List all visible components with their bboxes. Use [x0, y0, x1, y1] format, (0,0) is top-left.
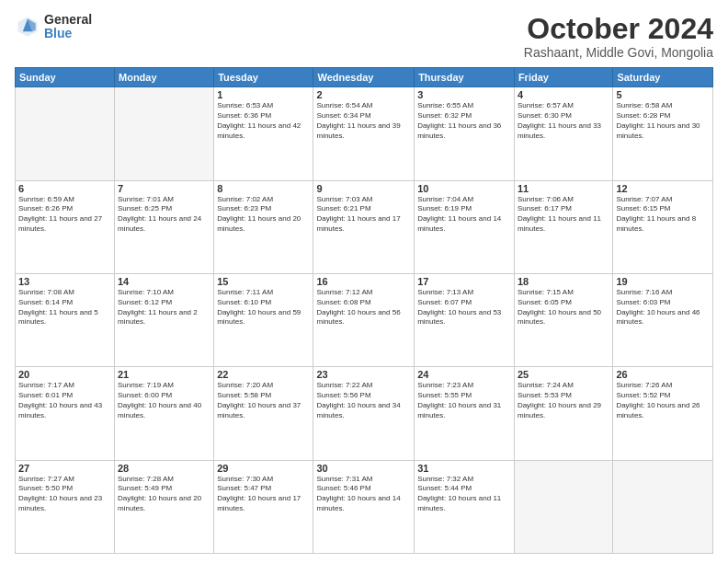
cell-info: Sunrise: 7:20 AMSunset: 5:58 PMDaylight:…: [217, 381, 310, 420]
table-row: 25Sunrise: 7:24 AMSunset: 5:53 PMDayligh…: [514, 367, 612, 460]
month-title: October 2024: [524, 13, 713, 45]
day-number: 17: [417, 276, 511, 287]
day-number: 20: [18, 369, 111, 380]
table-row: 2Sunrise: 6:54 AMSunset: 6:34 PMDaylight…: [313, 87, 415, 180]
cell-info: Sunrise: 7:02 AMSunset: 6:23 PMDaylight:…: [217, 195, 310, 235]
col-monday: Monday: [115, 68, 214, 87]
day-number: 1: [217, 89, 310, 100]
cell-info: Sunrise: 6:55 AMSunset: 6:32 PMDaylight:…: [417, 101, 511, 141]
day-number: 22: [217, 369, 310, 380]
cell-info: Sunrise: 7:28 AMSunset: 5:49 PMDaylight:…: [118, 475, 210, 514]
day-number: 10: [417, 183, 511, 194]
table-row: [514, 460, 612, 553]
day-number: 5: [616, 89, 710, 100]
day-number: 24: [417, 369, 511, 380]
logo-text: General Blue: [44, 13, 92, 41]
day-number: 21: [118, 369, 210, 380]
table-row: 17Sunrise: 7:13 AMSunset: 6:07 PMDayligh…: [415, 273, 515, 366]
day-number: 4: [518, 89, 609, 100]
cell-info: Sunrise: 7:32 AMSunset: 5:44 PMDaylight:…: [417, 475, 511, 514]
day-number: 8: [217, 183, 310, 194]
calendar-table: Sunday Monday Tuesday Wednesday Thursday…: [15, 67, 713, 554]
table-row: 9Sunrise: 7:03 AMSunset: 6:21 PMDaylight…: [313, 180, 415, 273]
cell-info: Sunrise: 7:01 AMSunset: 6:25 PMDaylight:…: [118, 195, 210, 235]
table-row: 29Sunrise: 7:30 AMSunset: 5:47 PMDayligh…: [214, 460, 313, 553]
cell-info: Sunrise: 7:08 AMSunset: 6:14 PMDaylight:…: [18, 288, 111, 327]
day-number: 7: [118, 183, 210, 194]
day-number: 11: [518, 183, 609, 194]
table-row: 6Sunrise: 6:59 AMSunset: 6:26 PMDaylight…: [16, 180, 115, 273]
table-row: 1Sunrise: 6:53 AMSunset: 6:36 PMDaylight…: [214, 87, 313, 180]
table-row: 12Sunrise: 7:07 AMSunset: 6:15 PMDayligh…: [613, 180, 713, 273]
table-row: 16Sunrise: 7:12 AMSunset: 6:08 PMDayligh…: [313, 273, 415, 366]
location-subtitle: Rashaant, Middle Govi, Mongolia: [524, 45, 713, 60]
cell-info: Sunrise: 6:58 AMSunset: 6:28 PMDaylight:…: [616, 101, 710, 141]
table-row: [613, 460, 713, 553]
logo-icon: [15, 14, 40, 40]
table-row: 13Sunrise: 7:08 AMSunset: 6:14 PMDayligh…: [16, 273, 115, 366]
day-number: 13: [18, 276, 111, 287]
table-row: 15Sunrise: 7:11 AMSunset: 6:10 PMDayligh…: [214, 273, 313, 366]
table-row: 21Sunrise: 7:19 AMSunset: 6:00 PMDayligh…: [115, 367, 214, 460]
cell-info: Sunrise: 7:10 AMSunset: 6:12 PMDaylight:…: [118, 288, 210, 327]
cell-info: Sunrise: 7:30 AMSunset: 5:47 PMDaylight:…: [217, 475, 310, 514]
cell-info: Sunrise: 6:57 AMSunset: 6:30 PMDaylight:…: [518, 101, 609, 141]
cell-info: Sunrise: 7:15 AMSunset: 6:05 PMDaylight:…: [518, 288, 609, 327]
cell-info: Sunrise: 7:27 AMSunset: 5:50 PMDaylight:…: [18, 475, 111, 514]
table-row: 23Sunrise: 7:22 AMSunset: 5:56 PMDayligh…: [313, 367, 415, 460]
table-row: 27Sunrise: 7:27 AMSunset: 5:50 PMDayligh…: [16, 460, 115, 553]
title-block: October 2024 Rashaant, Middle Govi, Mong…: [524, 13, 713, 60]
table-row: 18Sunrise: 7:15 AMSunset: 6:05 PMDayligh…: [514, 273, 612, 366]
cell-info: Sunrise: 7:23 AMSunset: 5:55 PMDaylight:…: [417, 381, 511, 420]
calendar-header-row: Sunday Monday Tuesday Wednesday Thursday…: [16, 68, 713, 87]
day-number: 16: [316, 276, 411, 287]
calendar-week-row: 27Sunrise: 7:27 AMSunset: 5:50 PMDayligh…: [16, 460, 713, 553]
table-row: 4Sunrise: 6:57 AMSunset: 6:30 PMDaylight…: [514, 87, 612, 180]
calendar-week-row: 20Sunrise: 7:17 AMSunset: 6:01 PMDayligh…: [16, 367, 713, 460]
day-number: 14: [118, 276, 210, 287]
day-number: 25: [518, 369, 609, 380]
day-number: 18: [518, 276, 609, 287]
col-saturday: Saturday: [613, 68, 713, 87]
table-row: 31Sunrise: 7:32 AMSunset: 5:44 PMDayligh…: [415, 460, 515, 553]
cell-info: Sunrise: 6:54 AMSunset: 6:34 PMDaylight:…: [316, 101, 411, 141]
table-row: 30Sunrise: 7:31 AMSunset: 5:46 PMDayligh…: [313, 460, 415, 553]
day-number: 28: [118, 463, 210, 474]
cell-info: Sunrise: 7:16 AMSunset: 6:03 PMDaylight:…: [616, 288, 710, 327]
cell-info: Sunrise: 6:53 AMSunset: 6:36 PMDaylight:…: [217, 101, 310, 141]
col-tuesday: Tuesday: [214, 68, 313, 87]
calendar-week-row: 1Sunrise: 6:53 AMSunset: 6:36 PMDaylight…: [16, 87, 713, 180]
day-number: 23: [316, 369, 411, 380]
table-row: [16, 87, 115, 180]
table-row: 8Sunrise: 7:02 AMSunset: 6:23 PMDaylight…: [214, 180, 313, 273]
cell-info: Sunrise: 7:11 AMSunset: 6:10 PMDaylight:…: [217, 288, 310, 327]
table-row: 19Sunrise: 7:16 AMSunset: 6:03 PMDayligh…: [613, 273, 713, 366]
day-number: 31: [417, 463, 511, 474]
col-thursday: Thursday: [415, 68, 515, 87]
page: General Blue October 2024 Rashaant, Midd…: [0, 0, 728, 563]
table-row: 3Sunrise: 6:55 AMSunset: 6:32 PMDaylight…: [415, 87, 515, 180]
calendar-week-row: 6Sunrise: 6:59 AMSunset: 6:26 PMDaylight…: [16, 180, 713, 273]
table-row: 24Sunrise: 7:23 AMSunset: 5:55 PMDayligh…: [415, 367, 515, 460]
day-number: 12: [616, 183, 710, 194]
table-row: 22Sunrise: 7:20 AMSunset: 5:58 PMDayligh…: [214, 367, 313, 460]
calendar-week-row: 13Sunrise: 7:08 AMSunset: 6:14 PMDayligh…: [16, 273, 713, 366]
table-row: 10Sunrise: 7:04 AMSunset: 6:19 PMDayligh…: [415, 180, 515, 273]
cell-info: Sunrise: 7:26 AMSunset: 5:52 PMDaylight:…: [616, 381, 710, 420]
logo-general-text: General: [44, 13, 92, 27]
logo: General Blue: [15, 13, 92, 41]
cell-info: Sunrise: 7:17 AMSunset: 6:01 PMDaylight:…: [18, 381, 111, 420]
cell-info: Sunrise: 7:07 AMSunset: 6:15 PMDaylight:…: [616, 195, 710, 235]
cell-info: Sunrise: 7:04 AMSunset: 6:19 PMDaylight:…: [417, 195, 511, 235]
cell-info: Sunrise: 7:06 AMSunset: 6:17 PMDaylight:…: [518, 195, 609, 235]
day-number: 27: [18, 463, 111, 474]
day-number: 2: [316, 89, 411, 100]
table-row: 7Sunrise: 7:01 AMSunset: 6:25 PMDaylight…: [115, 180, 214, 273]
table-row: 20Sunrise: 7:17 AMSunset: 6:01 PMDayligh…: [16, 367, 115, 460]
table-row: 28Sunrise: 7:28 AMSunset: 5:49 PMDayligh…: [115, 460, 214, 553]
header: General Blue October 2024 Rashaant, Midd…: [15, 13, 713, 60]
table-row: 26Sunrise: 7:26 AMSunset: 5:52 PMDayligh…: [613, 367, 713, 460]
table-row: 11Sunrise: 7:06 AMSunset: 6:17 PMDayligh…: [514, 180, 612, 273]
day-number: 26: [616, 369, 710, 380]
table-row: [115, 87, 214, 180]
